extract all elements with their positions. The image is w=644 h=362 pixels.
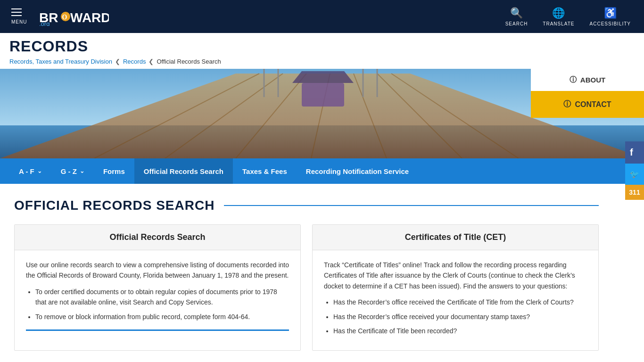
card-header-certificates: Certificates of Title (CET) xyxy=(313,225,598,250)
search-button[interactable]: 🔍 SEARCH xyxy=(500,4,534,29)
card-header-official-records: Official Records Search xyxy=(15,225,300,250)
svg-text:WARD: WARD xyxy=(70,10,109,25)
breadcrumb-link-records-taxes[interactable]: Records, Taxes and Treasury Division xyxy=(9,58,112,65)
main-content: OFFICIAL RECORDS SEARCH Official Records… xyxy=(0,184,613,362)
nav-item-recording-notification[interactable]: Recording Notification Service xyxy=(297,158,418,184)
translate-icon: 🌐 xyxy=(552,7,565,19)
card-body-official-records: Use our online records search to view a … xyxy=(15,250,300,340)
translate-button[interactable]: 🌐 TRANSLATE xyxy=(537,4,580,29)
facebook-icon: f xyxy=(630,147,633,157)
chevron-down-icon: ⌄ xyxy=(80,168,84,174)
svg-text:.org: .org xyxy=(39,20,50,26)
svg-rect-15 xyxy=(302,83,344,107)
about-button[interactable]: ⓘ ABOUT xyxy=(531,69,644,91)
twitter-icon: 🐦 xyxy=(630,170,639,178)
contact-button[interactable]: ⓘ CONTACT xyxy=(531,91,644,118)
card-bullets-certificates: Has the Recorder’s office received the C… xyxy=(333,297,587,336)
logo[interactable]: BR O WARD .org xyxy=(38,7,109,26)
breadcrumb: Records, Taxes and Treasury Division ❮ R… xyxy=(9,58,635,69)
content-heading: OFFICIAL RECORDS SEARCH xyxy=(14,198,599,213)
social-sidebar: f 🐦 311 xyxy=(625,141,644,200)
side-buttons: ⓘ ABOUT ⓘ CONTACT xyxy=(531,69,644,118)
card-body-certificates: Track “Certificate of Titles” online! Tr… xyxy=(313,250,598,350)
top-nav-icons: 🔍 SEARCH 🌐 TRANSLATE ♿ ACCESSIBILITY xyxy=(500,4,636,29)
list-item: Has the Recorder’s office received the C… xyxy=(333,297,587,307)
breadcrumb-current: Official Records Search xyxy=(157,58,221,65)
breadcrumb-sep-1: ❮ xyxy=(115,58,120,65)
list-item: Has the Certificate of Title been record… xyxy=(333,326,587,336)
page-title: RECORDS xyxy=(9,38,635,58)
twitter-button[interactable]: 🐦 xyxy=(625,164,644,185)
nav-item-g-z[interactable]: G - Z ⌄ xyxy=(51,158,94,184)
info-icon: ⓘ xyxy=(563,99,571,109)
list-item: Has the Recorder’s office received your … xyxy=(333,312,587,322)
breadcrumb-sep-2: ❮ xyxy=(149,58,154,65)
badge-311: 311 xyxy=(629,189,640,196)
hero-section: ⓘ ABOUT ⓘ CONTACT xyxy=(0,69,644,158)
breadcrumb-area: RECORDS Records, Taxes and Treasury Divi… xyxy=(0,33,644,69)
card-intro-certificates: Track “Certificate of Titles” online! Tr… xyxy=(324,260,587,291)
top-navigation: MENU BR O WARD .org 🔍 SEARCH 🌐 TRANSLATE… xyxy=(0,0,644,33)
chevron-down-icon: ⌄ xyxy=(37,168,42,174)
list-item: To order certified documents or to obtai… xyxy=(35,287,289,308)
nav-item-official-records-search[interactable]: Official Records Search xyxy=(134,158,233,184)
accessibility-icon: ♿ xyxy=(604,7,617,19)
accessibility-button[interactable]: ♿ ACCESSIBILITY xyxy=(584,4,636,29)
official-records-card: Official Records Search Use our online r… xyxy=(14,224,301,351)
nav-item-taxes-fees[interactable]: Taxes & Fees xyxy=(233,158,297,184)
badge-311-button[interactable]: 311 xyxy=(625,185,644,200)
nav-item-a-f[interactable]: A - F ⌄ xyxy=(9,158,51,184)
card-bullets-official: To order certified documents or to obtai… xyxy=(35,287,289,322)
list-item: To remove or block information from publ… xyxy=(35,312,289,322)
svg-marker-16 xyxy=(292,71,354,83)
svg-text:O: O xyxy=(62,14,67,21)
menu-button[interactable]: MENU xyxy=(8,5,31,28)
menu-label: MENU xyxy=(11,19,27,25)
heading-divider xyxy=(224,205,599,206)
search-icon: 🔍 xyxy=(510,7,523,19)
card-bottom-line xyxy=(26,329,289,331)
nav-item-forms[interactable]: Forms xyxy=(94,158,134,184)
facebook-button[interactable]: f xyxy=(625,141,644,164)
section-navigation: A - F ⌄ G - Z ⌄ Forms Official Records S… xyxy=(0,158,644,184)
question-icon: ⓘ xyxy=(570,75,577,84)
certificates-card: Certificates of Title (CET) Track “Certi… xyxy=(312,224,599,351)
breadcrumb-link-records[interactable]: Records xyxy=(123,58,146,65)
cards-container: Official Records Search Use our online r… xyxy=(14,224,599,351)
card-intro-official: Use our online records search to view a … xyxy=(26,260,289,281)
